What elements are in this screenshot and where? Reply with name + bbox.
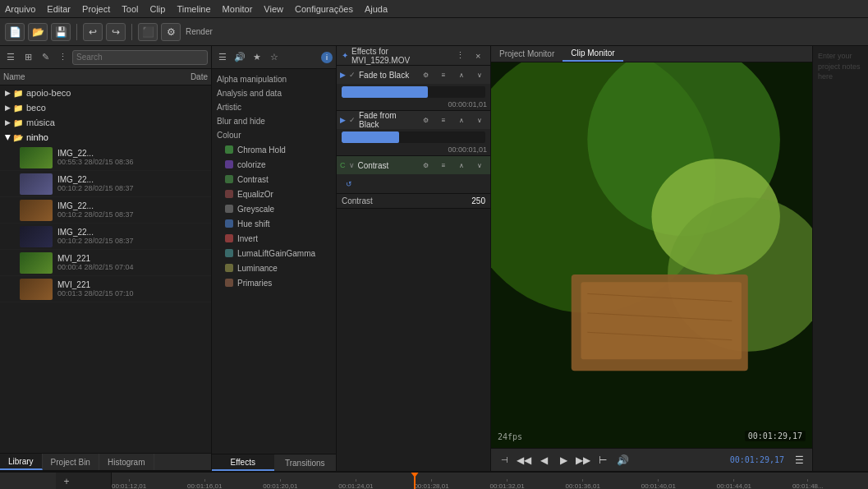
menu-monitor[interactable]: Monitor: [223, 4, 253, 14]
tab-project-monitor[interactable]: Project Monitor: [491, 46, 563, 62]
contrast-menu[interactable]: ≡: [436, 158, 451, 173]
ftb-up[interactable]: ∧: [454, 67, 469, 82]
effect-label-primaries: Primaries: [237, 279, 272, 288]
tab-project-bin[interactable]: Project Bin: [43, 454, 99, 470]
ffb-menu[interactable]: ≡: [436, 113, 451, 127]
file-list-header: Name Date: [0, 69, 211, 85]
effects-info[interactable]: i: [321, 52, 333, 63]
effect-block-contrast: C ∨ Contrast ⚙ ≡ ∧ ∨ ↺ Contrast 250: [337, 156, 490, 209]
effect-settings-close[interactable]: ×: [471, 48, 485, 63]
file-item-3[interactable]: IMG_22... 00:10:2 28/02/15 08:37: [0, 224, 211, 250]
file-name-1: IMG_22...: [57, 175, 211, 184]
menu-view[interactable]: View: [264, 4, 283, 14]
ftb-menu[interactable]: ≡: [436, 67, 451, 82]
file-item-2[interactable]: IMG_22... 00:10:2 28/02/15 08:37: [0, 197, 211, 224]
effects-list-view[interactable]: ☰: [215, 50, 230, 65]
ctrl-volume[interactable]: 🔊: [614, 452, 631, 468]
category-blur[interactable]: Blur and hide: [212, 114, 336, 128]
tab-histogram[interactable]: Histogram: [99, 454, 154, 470]
effect-contrast[interactable]: Contrast: [212, 172, 336, 187]
menu-project[interactable]: Project: [82, 4, 110, 14]
tab-effects[interactable]: Effects: [212, 454, 274, 471]
tab-clip-monitor[interactable]: Clip Monitor: [563, 46, 622, 62]
category-colour[interactable]: Colour: [212, 128, 336, 142]
file-meta-0: 00:55:3 28/02/15 08:36: [57, 158, 211, 166]
ruler-ticks: 00:01:12,01 00:01:16,01 00:01:20,01 00:0…: [112, 473, 868, 489]
ctrl-next[interactable]: ▶▶: [575, 452, 591, 468]
effect-equalizor[interactable]: EqualizOr: [212, 187, 336, 201]
effect-primaries[interactable]: Primaries: [212, 275, 336, 290]
category-alpha[interactable]: Alpha manipulation: [212, 72, 336, 86]
ctrl-next-frame[interactable]: ⊢: [595, 452, 611, 468]
effect-invert[interactable]: Invert: [212, 231, 336, 246]
file-info-1: IMG_22... 00:10:2 28/02/15 08:37: [57, 175, 211, 192]
left-menu-btn[interactable]: ⋮: [55, 50, 70, 65]
contrast-reset[interactable]: ↺: [342, 177, 356, 191]
tab-transitions[interactable]: Transitions: [274, 454, 337, 471]
timeline-ruler: + 00:01:12,01 00:01:16,01 00:01:20,01 00…: [0, 473, 868, 489]
effects-star2[interactable]: ☆: [267, 50, 282, 65]
effect-label-greyscale: Greyscale: [237, 205, 274, 214]
save-button[interactable]: 💾: [51, 23, 71, 41]
settings-button[interactable]: ⚙: [161, 23, 181, 41]
new-button[interactable]: 📄: [5, 23, 25, 41]
ctrl-menu[interactable]: ☰: [791, 452, 807, 468]
ftb-slider[interactable]: [342, 86, 485, 98]
ffb-up[interactable]: ∧: [454, 113, 469, 127]
contrast-up[interactable]: ∧: [454, 158, 469, 173]
folder-ninho[interactable]: ▶ 📂 ninho: [0, 130, 211, 145]
category-artistic[interactable]: Artistic: [212, 100, 336, 114]
ffb-slider[interactable]: [342, 131, 485, 143]
effect-hue-shift[interactable]: Hue shift: [212, 216, 336, 231]
file-item-1[interactable]: IMG_22... 00:10:2 28/02/15 08:37: [0, 171, 211, 197]
menu-arquivo[interactable]: Arquivo: [5, 4, 35, 14]
contrast-down[interactable]: ∨: [472, 158, 487, 173]
file-item-4[interactable]: MVI_221 00:00:4 28/02/15 07:04: [0, 250, 211, 276]
search-input[interactable]: [72, 50, 208, 65]
effect-greyscale[interactable]: Greyscale: [212, 201, 336, 216]
open-button[interactable]: 📂: [28, 23, 48, 41]
effect-block-header-ftb[interactable]: ▶ ✓ Fade to Black ⚙ ≡ ∧ ∨: [337, 66, 490, 84]
effect-block-header-contrast[interactable]: C ∨ Contrast ⚙ ≡ ∧ ∨: [337, 156, 490, 174]
file-item-0[interactable]: IMG_22... 00:55:3 28/02/15 08:36: [0, 145, 211, 171]
timeline-add-track[interactable]: +: [59, 474, 74, 489]
menu-editar[interactable]: Editar: [47, 4, 71, 14]
effects-audio[interactable]: 🔊: [232, 50, 247, 65]
playhead[interactable]: [414, 473, 416, 489]
ftb-down[interactable]: ∨: [472, 67, 487, 82]
ctrl-play[interactable]: ▶: [555, 452, 572, 468]
effect-chroma-hold[interactable]: Chroma Hold: [212, 142, 336, 157]
ctrl-prev-frame[interactable]: ◀◀: [516, 452, 532, 468]
tab-library[interactable]: Library: [0, 454, 43, 470]
folder-musica[interactable]: ▶ 📁 música: [0, 115, 211, 130]
menu-clip[interactable]: Clip: [149, 4, 165, 14]
effect-block-header-ffb[interactable]: ▶ ✓ Fade from Black ⚙ ≡ ∧ ∨: [337, 111, 490, 129]
folder-beco[interactable]: ▶ 📁 beco: [0, 100, 211, 115]
left-view-list[interactable]: ✎: [38, 50, 53, 65]
menu-timeline[interactable]: Timeline: [177, 4, 210, 14]
menu-ajuda[interactable]: Ajuda: [365, 4, 388, 14]
left-view-grid[interactable]: ⊞: [21, 50, 35, 65]
ftb-settings[interactable]: ⚙: [418, 67, 433, 82]
ctrl-prev[interactable]: ◀: [535, 452, 552, 468]
contrast-settings[interactable]: ⚙: [418, 158, 433, 173]
ctrl-mark-in[interactable]: ⊣: [496, 452, 512, 468]
ffb-settings[interactable]: ⚙: [418, 113, 433, 127]
ftb-time: 00:00:01,01: [337, 100, 490, 110]
folder-apoio-beco[interactable]: ▶ 📁 apoio-beco: [0, 85, 211, 100]
menu-tool[interactable]: Tool: [122, 4, 138, 14]
capture-button[interactable]: ⬛: [138, 23, 158, 41]
category-analysis[interactable]: Analysis and data: [212, 86, 336, 100]
effects-star[interactable]: ★: [250, 50, 264, 65]
file-item-5[interactable]: MVI_221 00:01:3 28/02/15 07:10: [0, 276, 211, 302]
undo-button[interactable]: ↩: [83, 23, 103, 41]
effect-settings-menu[interactable]: ⋮: [453, 48, 468, 63]
left-view-toggle[interactable]: ☰: [3, 50, 18, 65]
file-meta-3: 00:10:2 28/02/15 08:37: [57, 237, 211, 245]
effect-luminance[interactable]: Luminance: [212, 261, 336, 275]
ffb-down[interactable]: ∨: [472, 113, 487, 127]
effect-colorize[interactable]: colorize: [212, 157, 336, 172]
redo-button[interactable]: ↪: [106, 23, 126, 41]
menu-configuracoes[interactable]: Configurações: [295, 4, 353, 14]
effect-lumalift[interactable]: LumaLiftGainGamma: [212, 246, 336, 261]
